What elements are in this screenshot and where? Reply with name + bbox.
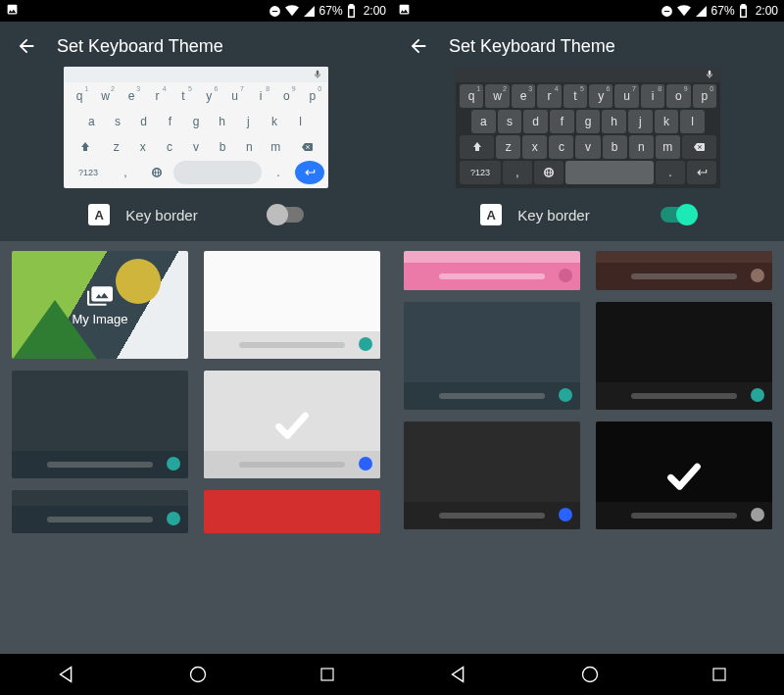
keyborder-badge-icon: A [88, 204, 110, 225]
back-arrow-icon[interactable] [16, 35, 37, 57]
theme-card[interactable] [204, 371, 380, 478]
mic-icon [313, 70, 322, 79]
key-d: d [131, 110, 156, 133]
spacebar-key [173, 161, 262, 184]
key-q: q1 [68, 84, 91, 108]
wifi-icon [677, 4, 691, 18]
key-o: o9 [274, 84, 298, 108]
theme-card[interactable] [404, 422, 580, 529]
keyborder-toggle[interactable] [269, 207, 304, 223]
theme-card[interactable] [596, 422, 772, 529]
theme-card[interactable] [204, 251, 380, 359]
key-y: y6 [197, 84, 220, 108]
nav-back-icon[interactable] [56, 664, 77, 685]
image-icon [398, 3, 411, 16]
backspace-key [290, 135, 324, 159]
key-q: q1 [460, 84, 483, 108]
page-title: Set Keyboard Theme [449, 36, 615, 57]
theme-card[interactable] [596, 251, 772, 290]
key-s: s [498, 110, 522, 133]
key-b: b [603, 135, 627, 159]
battery-icon [739, 4, 748, 18]
dnd-icon [661, 5, 673, 18]
key-n: n [237, 135, 262, 159]
key-m: m [264, 135, 288, 159]
shift-key [460, 135, 494, 159]
wifi-icon [285, 4, 299, 18]
key-y: y6 [589, 84, 612, 108]
pane-left: 67% 2:00 Set Keyboard Theme q1w2e3r4t5y6… [0, 0, 392, 695]
key-r: r4 [145, 84, 169, 108]
key-a: a [471, 110, 496, 133]
key-u: u7 [222, 84, 246, 108]
key-a: a [79, 110, 104, 133]
status-bar: 67% 2:00 [0, 0, 392, 22]
key-j: j [628, 110, 653, 133]
nav-home-icon[interactable] [188, 665, 208, 684]
key-z: z [104, 135, 128, 159]
status-bar: 67% 2:00 [392, 0, 784, 22]
backspace-key [682, 135, 716, 159]
cell-signal-icon [303, 5, 316, 18]
key-z: z [496, 135, 520, 159]
key-i: i8 [249, 84, 272, 108]
keyborder-toggle[interactable] [661, 207, 696, 223]
theme-card[interactable] [596, 302, 772, 410]
svg-point-2 [582, 668, 597, 682]
globe-key [142, 161, 172, 184]
checkmark-icon [204, 371, 380, 478]
key-r: r4 [537, 84, 561, 108]
nav-bar [392, 654, 784, 695]
key-p: p0 [301, 84, 324, 108]
header-panel: Set Keyboard Theme q1w2e3r4t5y6u7i8o9p0 … [0, 22, 392, 241]
keyborder-badge-icon: A [480, 204, 502, 225]
theme-grid[interactable] [392, 241, 784, 529]
svg-point-0 [190, 668, 205, 682]
shift-key [68, 135, 102, 159]
key-g: g [576, 110, 601, 133]
keyboard-preview: q1w2e3r4t5y6u7i8o9p0 asdfghjkl zxcvbnm ?… [64, 67, 328, 188]
key-c: c [157, 135, 181, 159]
key-v: v [575, 135, 600, 159]
back-arrow-icon[interactable] [408, 35, 429, 57]
key-h: h [210, 110, 234, 133]
key-p: p0 [693, 84, 716, 108]
key-l: l [288, 110, 313, 133]
clock: 2:00 [364, 4, 386, 18]
theme-card[interactable] [12, 371, 188, 478]
key-f: f [158, 110, 182, 133]
image-icon [6, 3, 19, 16]
theme-card[interactable] [12, 490, 188, 533]
header-panel: Set Keyboard Theme q1w2e3r4t5y6u7i8o9p0 … [392, 22, 784, 241]
key-k: k [263, 110, 287, 133]
key-x: x [522, 135, 547, 159]
nav-back-icon[interactable] [448, 664, 469, 685]
theme-grid[interactable]: My Image [0, 241, 392, 533]
key-l: l [680, 110, 705, 133]
nav-bar [0, 654, 392, 695]
battery-percent: 67% [319, 4, 343, 18]
nav-recents-icon[interactable] [318, 666, 336, 683]
key-e: e3 [120, 84, 143, 108]
my-image-card[interactable]: My Image [12, 251, 188, 359]
nav-recents-icon[interactable] [710, 666, 728, 683]
nav-home-icon[interactable] [580, 665, 600, 684]
key-u: u7 [614, 84, 638, 108]
key-t: t5 [172, 84, 195, 108]
svg-rect-3 [713, 669, 725, 680]
theme-card[interactable] [204, 490, 380, 533]
mic-icon [705, 70, 714, 79]
key-h: h [602, 110, 626, 133]
cell-signal-icon [695, 5, 708, 18]
symbols-key: ?123 [68, 161, 109, 184]
my-image-label: My Image [72, 312, 127, 326]
theme-card[interactable] [404, 251, 580, 290]
battery-icon [347, 4, 356, 18]
key-j: j [236, 110, 261, 133]
keyborder-label: Key border [125, 207, 197, 223]
key-w: w2 [485, 84, 509, 108]
checkmark-icon [596, 422, 772, 529]
keyborder-label: Key border [517, 207, 589, 223]
theme-card[interactable] [404, 302, 580, 410]
period-key: . [264, 161, 293, 184]
